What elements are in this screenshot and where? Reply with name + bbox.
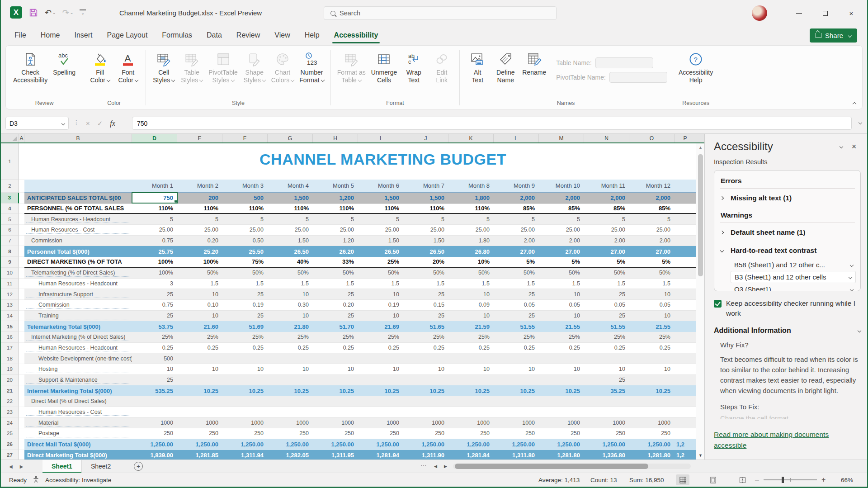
issue-hard-to-read-text-contrast[interactable]: Hard-to-read text contrast xyxy=(714,241,860,259)
cell-J11[interactable]: 1.5 xyxy=(403,279,448,289)
cell-O2[interactable]: Month 12 xyxy=(629,180,675,192)
cell-I22[interactable] xyxy=(358,396,403,407)
cell-M14[interactable]: 10 xyxy=(539,311,584,321)
cell-A17[interactable] xyxy=(19,343,24,354)
row-header-8[interactable]: 8 xyxy=(1,246,19,257)
cell-N27[interactable]: 1,336.80 xyxy=(584,450,629,460)
cell-I10[interactable]: 50% xyxy=(358,268,403,278)
select-all-corner[interactable] xyxy=(1,134,19,142)
cell-A24[interactable] xyxy=(19,417,24,428)
cell-K3[interactable]: 1,800 xyxy=(448,193,494,203)
cell-K25[interactable]: 250 xyxy=(448,428,494,439)
cell-H14[interactable]: 25 xyxy=(313,311,358,321)
cell-J8[interactable]: 26.50 xyxy=(403,246,448,257)
cell-D25[interactable]: 250 xyxy=(132,428,177,439)
cell-O23[interactable] xyxy=(629,407,675,417)
cell-I11[interactable]: 1.5 xyxy=(358,279,403,289)
cell-K21[interactable]: 10.25 xyxy=(448,385,494,396)
pane-options-button[interactable] xyxy=(834,142,847,151)
cell-D22[interactable] xyxy=(132,396,177,407)
ribbon-button-spelling[interactable]: abcSpelling xyxy=(51,51,77,77)
cell-K23[interactable] xyxy=(448,407,494,417)
cell-E22[interactable] xyxy=(177,396,222,407)
cell-L6[interactable]: 25.00 xyxy=(494,225,539,235)
column-header-F[interactable]: F xyxy=(222,134,268,142)
cell-F2[interactable]: Month 3 xyxy=(222,180,268,192)
cell-P21[interactable] xyxy=(675,385,696,396)
cell-K16[interactable]: 25% xyxy=(448,332,494,342)
column-header-D[interactable]: D xyxy=(132,134,177,142)
cell-H10[interactable]: 50% xyxy=(313,268,358,278)
cell-P9[interactable] xyxy=(675,257,696,267)
cell-K17[interactable]: 0.25 xyxy=(448,343,494,353)
cell-E5[interactable]: 5 xyxy=(177,214,222,224)
cell-N7[interactable]: 2.00 xyxy=(584,236,629,246)
cell-P23[interactable] xyxy=(675,407,696,417)
pane-close-button[interactable]: × xyxy=(847,142,861,152)
cell-H11[interactable]: 1.5 xyxy=(313,279,358,289)
maximize-button[interactable] xyxy=(812,4,838,22)
cell-D3[interactable]: 750 xyxy=(132,193,177,203)
cell-H19[interactable]: 10 xyxy=(313,364,358,374)
cell-F25[interactable]: 250 xyxy=(222,428,268,439)
cell-A14[interactable] xyxy=(19,311,24,322)
cell-I14[interactable]: 10 xyxy=(358,311,403,321)
cell-L25[interactable]: 250 xyxy=(494,428,539,439)
ribbon-button-define-name[interactable]: Define Name xyxy=(492,51,519,85)
cell-G12[interactable]: 10 xyxy=(268,289,313,299)
cell-H20[interactable] xyxy=(313,375,358,385)
tab-data[interactable]: Data xyxy=(199,26,229,44)
cell-F26[interactable]: 1,250.00 xyxy=(222,439,268,450)
cell-E17[interactable]: 0.25 xyxy=(177,343,222,353)
cell-J6[interactable]: 25.00 xyxy=(403,225,448,235)
ribbon-button-unmerge-cells[interactable]: Unmerge Cells xyxy=(369,51,399,85)
row-header-1[interactable]: 1 xyxy=(1,143,19,180)
cell-B9[interactable]: DIRECT MARKETING (% OF TOTA xyxy=(24,257,132,267)
cell-O11[interactable]: 1.5 xyxy=(629,279,675,289)
formula-bar-grip[interactable]: ⋮ xyxy=(73,119,80,126)
column-header-G[interactable]: G xyxy=(268,134,313,142)
cell-G26[interactable]: 1,250.00 xyxy=(268,439,313,450)
cell-I6[interactable]: 25.00 xyxy=(358,225,403,235)
cell-B18[interactable]: Website Development (one-time cost) xyxy=(24,353,132,364)
cell-A12[interactable] xyxy=(19,289,24,300)
cell-J19[interactable]: 10 xyxy=(403,364,448,374)
cell-P6[interactable] xyxy=(675,225,696,235)
cell-I2[interactable]: Month 6 xyxy=(358,180,403,192)
cell-J17[interactable]: 0.25 xyxy=(403,343,448,353)
cell-N13[interactable]: 0.05 xyxy=(584,300,629,310)
cell-H22[interactable] xyxy=(313,396,358,407)
cell-K26[interactable]: 1,250.00 xyxy=(448,439,494,450)
cell-A16[interactable] xyxy=(19,332,24,343)
cell-M8[interactable]: 27.00 xyxy=(539,246,584,257)
cell-B25[interactable]: Postage xyxy=(24,428,132,439)
cell-J9[interactable]: 20% xyxy=(403,257,448,267)
page-layout-view-button[interactable] xyxy=(706,474,720,485)
cell-N15[interactable]: 51.55 xyxy=(584,321,629,332)
cell-L5[interactable]: 5 xyxy=(494,214,539,224)
customize-qat-button[interactable]: ⌄ xyxy=(80,9,86,15)
add-sheet-button[interactable]: + xyxy=(134,462,143,471)
cell-H18[interactable] xyxy=(313,353,358,364)
cell-N20[interactable]: 25 xyxy=(584,375,629,385)
save-button[interactable] xyxy=(28,8,38,18)
row-header-13[interactable]: 13 xyxy=(1,300,19,311)
cell-F4[interactable]: 110% xyxy=(222,204,268,213)
cell-F27[interactable]: 1,311.94 xyxy=(222,450,268,460)
row-header-27[interactable]: 27 xyxy=(1,450,19,460)
cell-A13[interactable] xyxy=(19,300,24,311)
row-header-12[interactable]: 12 xyxy=(1,289,19,300)
cell-P17[interactable] xyxy=(675,343,696,353)
cell-I7[interactable]: 1.50 xyxy=(358,236,403,246)
cell-E3[interactable]: 200 xyxy=(177,193,222,203)
cell-N10[interactable]: 50% xyxy=(584,268,629,278)
row-header-24[interactable]: 24 xyxy=(1,417,19,428)
cell-A3[interactable] xyxy=(19,193,24,204)
cell-L7[interactable]: 2.00 xyxy=(494,236,539,246)
cell-H21[interactable]: 10.25 xyxy=(313,385,358,396)
cell-H27[interactable]: 1,311.95 xyxy=(313,450,358,460)
cell-B5[interactable]: Human Resources - Headcount xyxy=(24,214,132,224)
ribbon-button-wrap-text[interactable]: abcWrap Text xyxy=(401,51,427,85)
cell-G22[interactable] xyxy=(268,396,313,407)
cell-M15[interactable]: 21.55 xyxy=(539,321,584,332)
